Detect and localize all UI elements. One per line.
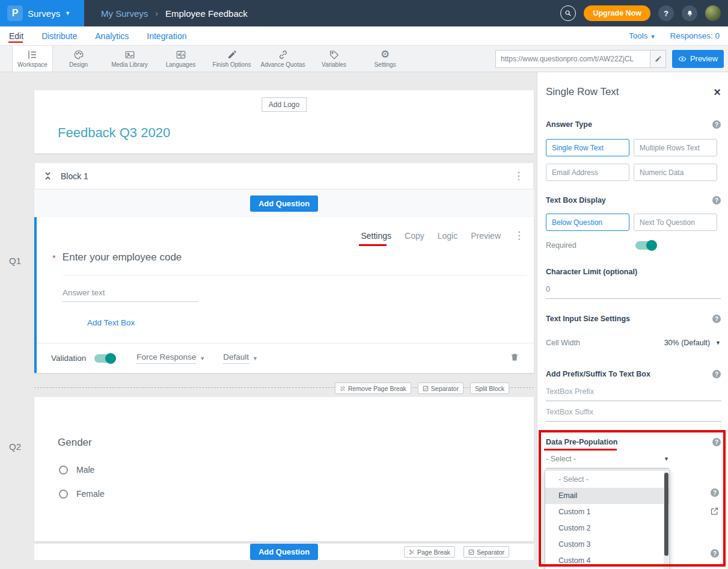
- help-icon[interactable]: ?: [658, 5, 674, 21]
- help-circle-icon[interactable]: ?: [711, 488, 719, 497]
- split-block-button[interactable]: Split Block: [470, 383, 509, 394]
- dropdown-option-custom3[interactable]: Custom 3: [545, 537, 669, 553]
- toolbar-item-design[interactable]: Design: [53, 46, 104, 72]
- toolbar-item-workspace[interactable]: Workspace: [12, 46, 53, 72]
- help-circle-icon[interactable]: ?: [712, 196, 721, 205]
- q1-tab-copy[interactable]: Copy: [405, 231, 424, 241]
- separator-button-bottom[interactable]: Separator: [463, 546, 509, 558]
- block-kebab-menu-icon[interactable]: ⋮: [513, 171, 524, 181]
- add-question-button-bottom[interactable]: Add Question: [250, 544, 318, 560]
- q2-option-male[interactable]: Male: [59, 465, 94, 475]
- product-switcher[interactable]: P Surveys ▼: [0, 0, 84, 26]
- character-limit-value[interactable]: 0: [546, 285, 721, 299]
- chevron-down-icon: ▼: [252, 355, 258, 361]
- answer-type-numeric[interactable]: Numeric Data: [634, 164, 717, 181]
- q2-option-female[interactable]: Female: [59, 489, 105, 499]
- toolbar-item-settings[interactable]: ⚙ Settings: [359, 46, 411, 72]
- block-name[interactable]: Block 1: [61, 171, 88, 181]
- workspace-icon: [27, 49, 38, 60]
- responses-count[interactable]: Responses: 0: [670, 31, 720, 40]
- toolbar-item-finish-options[interactable]: Finish Options: [206, 46, 257, 72]
- settings-gear-icon: ⚙: [381, 49, 390, 60]
- finish-options-icon: [227, 49, 237, 60]
- tab-analytics[interactable]: Analytics: [95, 31, 129, 41]
- edit-url-pencil-icon[interactable]: [650, 51, 665, 67]
- q1-answer-textbox[interactable]: [63, 288, 198, 302]
- q1-question-text[interactable]: Enter your employee code: [63, 251, 182, 263]
- remove-page-break-button[interactable]: Remove Page Break: [335, 383, 411, 394]
- q1-tabs: Settings Copy Logic Preview ⋮: [361, 230, 524, 241]
- notifications-bell-icon[interactable]: [682, 5, 697, 21]
- scissors-icon: [409, 549, 415, 555]
- toolbar-item-advance-quotas[interactable]: Advance Quotas: [257, 46, 308, 72]
- toolbar-item-languages[interactable]: A Languages: [155, 46, 206, 72]
- breadcrumb-my-surveys[interactable]: My Surveys: [101, 8, 148, 19]
- q1-tab-logic[interactable]: Logic: [438, 231, 457, 241]
- answer-type-multiple-rows[interactable]: Multiple Rows Text: [634, 139, 717, 156]
- help-circle-icon[interactable]: ?: [711, 549, 719, 558]
- q1-tab-preview[interactable]: Preview: [471, 231, 501, 241]
- data-prepopulation-label: Data Pre-Population: [546, 438, 617, 446]
- display-below-question[interactable]: Below Question: [546, 214, 629, 231]
- survey-url-input[interactable]: [496, 55, 650, 63]
- default-dropdown[interactable]: Default ▼: [223, 352, 258, 364]
- tab-distribute[interactable]: Distribute: [41, 31, 77, 41]
- required-label: Required: [546, 241, 635, 250]
- chevron-down-icon: ▼: [650, 34, 656, 40]
- q1-tab-settings[interactable]: Settings: [361, 231, 391, 241]
- textbox-suffix-input[interactable]: [546, 408, 721, 422]
- toolbar-item-media-library[interactable]: Media Library: [104, 46, 155, 72]
- dropdown-option-select[interactable]: - Select -: [545, 472, 669, 488]
- upgrade-now-button[interactable]: Upgrade Now: [584, 5, 650, 21]
- validation-toggle[interactable]: [94, 354, 115, 363]
- scrollbar-thumb[interactable]: [664, 473, 668, 556]
- radio-button-icon: [59, 466, 68, 475]
- collapse-block-icon[interactable]: [44, 171, 51, 180]
- survey-title[interactable]: Feedback Q3 2020: [58, 125, 170, 141]
- q1-footer: Validation Force Response ▼ Default ▼: [37, 343, 534, 373]
- dropdown-option-custom2[interactable]: Custom 2: [545, 520, 669, 537]
- add-question-button-top[interactable]: Add Question: [250, 195, 318, 212]
- survey-url-box: [495, 50, 666, 68]
- help-circle-icon[interactable]: ?: [712, 370, 721, 378]
- survey-header-card: Add Logo Feedback Q3 2020: [34, 90, 534, 153]
- unlink-icon: [340, 386, 346, 392]
- close-icon[interactable]: ×: [714, 86, 721, 98]
- q1-kebab-menu-icon[interactable]: ⋮: [514, 230, 524, 241]
- tab-integration[interactable]: Integration: [147, 31, 186, 41]
- panel-header: Single Row Text ×: [546, 86, 721, 98]
- add-text-box-link[interactable]: Add Text Box: [87, 318, 135, 327]
- required-row: Required: [546, 241, 721, 250]
- help-circle-icon[interactable]: ?: [712, 120, 721, 129]
- answer-type-email[interactable]: Email Address: [546, 164, 629, 181]
- required-toggle[interactable]: [635, 241, 656, 250]
- answer-type-single-row[interactable]: Single Row Text: [546, 139, 629, 156]
- help-circle-icon[interactable]: ?: [712, 315, 721, 323]
- preview-button[interactable]: Preview: [672, 50, 724, 68]
- data-prepopulation-select[interactable]: - Select - ▼: [546, 455, 669, 469]
- text-box-display-label: Text Box Display: [546, 196, 606, 205]
- search-icon[interactable]: [560, 5, 576, 21]
- add-logo-button[interactable]: Add Logo: [262, 97, 307, 112]
- user-avatar[interactable]: [705, 5, 721, 21]
- dropdown-scrollbar[interactable]: [664, 472, 668, 569]
- dropdown-option-custom1[interactable]: Custom 1: [545, 504, 669, 520]
- dropdown-option-custom4[interactable]: Custom 4: [545, 553, 669, 569]
- force-response-dropdown[interactable]: Force Response ▼: [136, 352, 205, 364]
- help-circle-icon[interactable]: ?: [712, 438, 721, 446]
- tab-edit[interactable]: Edit: [9, 31, 23, 41]
- textbox-prefix-input[interactable]: [546, 387, 721, 401]
- display-next-to-question[interactable]: Next To Question: [634, 214, 717, 231]
- dropdown-option-email[interactable]: Email: [545, 488, 669, 504]
- delete-question-trash-icon[interactable]: [510, 352, 519, 364]
- toolbar-item-variables[interactable]: Variables: [308, 46, 359, 72]
- check-square-icon: [468, 549, 474, 555]
- separator-button[interactable]: Separator: [418, 383, 463, 394]
- page-break-button[interactable]: Page Break: [404, 546, 455, 558]
- check-square-icon: [423, 386, 429, 392]
- q2-question-text[interactable]: Gender: [58, 437, 92, 449]
- block-body: Add Question: [34, 189, 534, 217]
- external-link-icon[interactable]: [710, 506, 719, 518]
- cell-width-dropdown[interactable]: 30% (Default) ▼: [664, 339, 721, 347]
- tools-menu[interactable]: Tools▼: [629, 31, 655, 40]
